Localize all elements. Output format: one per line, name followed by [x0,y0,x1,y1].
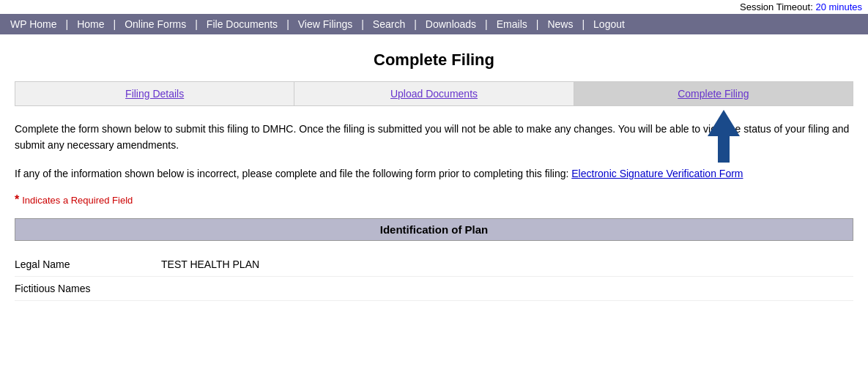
nav-file-documents[interactable]: File Documents [202,18,282,30]
nav-sep-4: | [282,18,294,30]
session-timeout-label: Session Timeout: [740,1,813,12]
nav-wp-home[interactable]: WP Home [6,18,62,30]
page-title: Complete Filing [15,51,853,70]
session-bar: Session Timeout: 20 minutes [0,0,868,14]
tab-complete-filing[interactable]: Complete Filing [574,82,853,105]
nav-sep-8: | [532,18,544,30]
nav-sep-6: | [409,18,421,30]
nav-sep-1: | [62,18,73,30]
tab-complete-filing-link[interactable]: Complete Filing [678,88,749,100]
nav-view-filings[interactable]: View Filings [294,18,357,30]
nav-sep-3: | [190,18,202,30]
svg-marker-0 [708,110,740,163]
nav-logout[interactable]: Logout [589,18,629,30]
nav-search[interactable]: Search [368,18,409,30]
legal-name-value: TEST HEALTH PLAN [161,258,259,270]
form-row-legal-name: Legal Name TEST HEALTH PLAN [15,253,853,277]
required-star-icon: * [15,193,19,206]
nav-news[interactable]: News [543,18,577,30]
legal-name-label: Legal Name [15,258,161,270]
nav-emails[interactable]: Emails [492,18,532,30]
tab-filing-details-link[interactable]: Filing Details [125,88,184,100]
fictitious-names-label: Fictitious Names [15,283,161,294]
section-header: Identification of Plan [15,218,853,241]
nav-home[interactable]: Home [73,18,108,30]
description-text-2-content: If any of the information shown below is… [15,168,568,179]
description-text-2: If any of the information shown below is… [15,165,853,182]
main-content: Complete Filing Filing Details Upload Do… [0,34,868,308]
nav-online-forms[interactable]: Online Forms [120,18,190,30]
form-row-fictitious-names: Fictitious Names [15,277,853,301]
nav-sep-7: | [481,18,492,30]
nav-sep-2: | [109,18,121,30]
required-field-text: Indicates a Required Field [22,195,133,206]
nav-sep-5: | [357,18,368,30]
nav-bar: WP Home | Home | Online Forms | File Doc… [0,14,868,34]
nav-downloads[interactable]: Downloads [421,18,481,30]
description-wrapper: Complete the form shown below to submit … [15,121,853,182]
tab-upload-documents[interactable]: Upload Documents [294,82,574,105]
tab-filing-details[interactable]: Filing Details [15,82,294,105]
tab-upload-documents-link[interactable]: Upload Documents [390,88,478,100]
required-field-note: * Indicates a Required Field [15,193,853,206]
esv-link[interactable]: Electronic Signature Verification Form [571,168,743,179]
session-timeout-value: 20 minutes [815,1,862,12]
arrow-up-icon [708,110,740,163]
nav-sep-9: | [577,18,589,30]
tabs-container: Filing Details Upload Documents Complete… [15,81,853,106]
